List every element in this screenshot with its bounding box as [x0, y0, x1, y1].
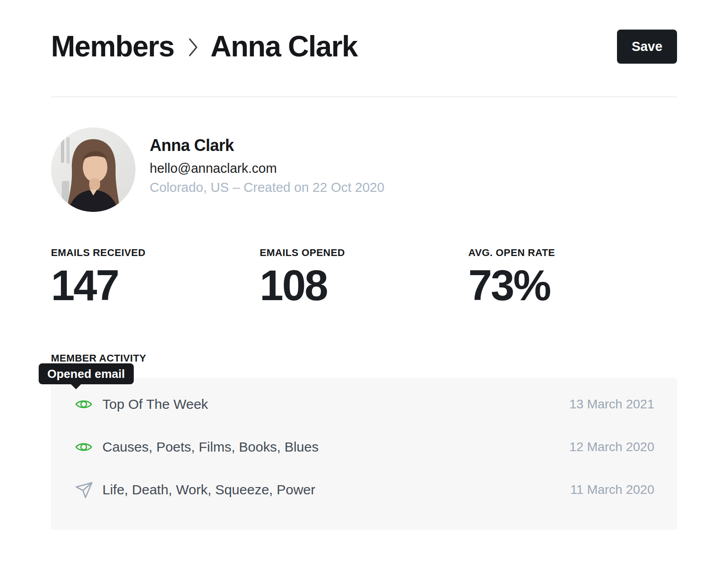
header-divider: [51, 96, 677, 97]
stat-label: EMAILS OPENED: [260, 247, 469, 259]
avatar: [51, 127, 136, 212]
stat-value: 73%: [468, 264, 677, 307]
send-icon: [75, 481, 93, 499]
member-detail-page: Members Anna Clark Save: [0, 28, 728, 530]
activity-panel: Top Of The Week 13 March 2021 Causes, Po…: [51, 378, 677, 530]
member-stats: EMAILS RECEIVED 147 EMAILS OPENED 108 AV…: [51, 247, 677, 307]
activity-row[interactable]: Top Of The Week 13 March 2021: [75, 383, 654, 426]
page-title: Anna Clark: [211, 30, 358, 63]
stat-avg-open-rate: AVG. OPEN RATE 73%: [468, 247, 677, 307]
stat-value: 147: [51, 264, 260, 307]
save-button[interactable]: Save: [617, 30, 677, 64]
activity-date: 13 March 2021: [569, 397, 654, 412]
activity-row[interactable]: Life, Death, Work, Squeeze, Power 11 Mar…: [75, 468, 654, 511]
activity-title[interactable]: Causes, Poets, Films, Books, Blues: [102, 439, 569, 455]
activity-row[interactable]: Causes, Poets, Films, Books, Blues 12 Ma…: [75, 426, 654, 468]
stat-emails-received: EMAILS RECEIVED 147: [51, 247, 260, 307]
member-activity: Opened email Top Of The Week 13 March 20…: [51, 378, 677, 530]
member-meta: Colorado, US – Created on 22 Oct 2020: [150, 180, 384, 195]
opened-email-tooltip: Opened email: [39, 363, 134, 384]
activity-title[interactable]: Top Of The Week: [102, 397, 569, 412]
member-profile: Anna Clark hello@annaclark.com Colorado,…: [51, 127, 677, 212]
eye-icon: [75, 398, 93, 411]
profile-info: Anna Clark hello@annaclark.com Colorado,…: [150, 127, 384, 195]
activity-date: 11 March 2020: [570, 483, 654, 497]
page-header: Members Anna Clark Save: [51, 28, 677, 65]
stat-label: EMAILS RECEIVED: [51, 247, 260, 259]
activity-title[interactable]: Life, Death, Work, Squeeze, Power: [102, 482, 570, 498]
chevron-right-icon: [185, 35, 201, 59]
activity-date: 12 March 2020: [569, 440, 654, 454]
stat-emails-opened: EMAILS OPENED 108: [260, 247, 469, 307]
stat-value: 108: [260, 264, 469, 307]
member-email: hello@annaclark.com: [150, 161, 384, 176]
eye-icon: [75, 441, 93, 453]
breadcrumb: Members Anna Clark: [51, 30, 357, 63]
stat-label: AVG. OPEN RATE: [468, 247, 677, 259]
member-activity-heading: MEMBER ACTIVITY: [51, 352, 677, 364]
member-name: Anna Clark: [150, 136, 384, 155]
breadcrumb-members-link[interactable]: Members: [51, 30, 174, 63]
